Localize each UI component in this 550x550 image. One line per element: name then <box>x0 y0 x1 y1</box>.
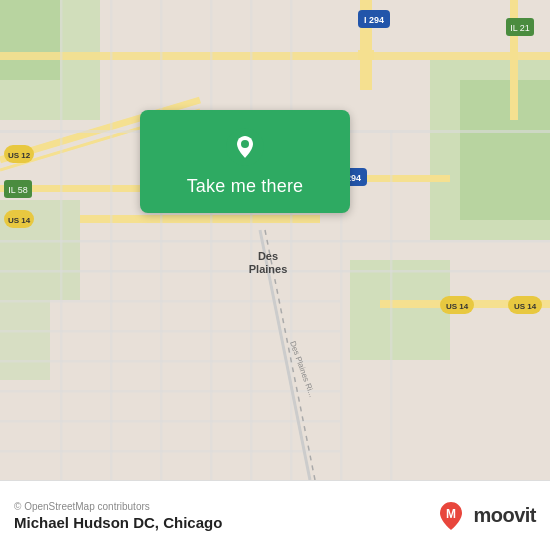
moovit-icon: M <box>433 498 469 534</box>
map-container: I 294 IL 21 US 12 US 14 IL 58 IL 58 I 29… <box>0 0 550 480</box>
svg-rect-30 <box>210 0 213 480</box>
svg-text:IL 21: IL 21 <box>510 23 530 33</box>
svg-text:Des: Des <box>258 250 278 262</box>
svg-text:US 14: US 14 <box>446 302 469 311</box>
svg-rect-21 <box>0 300 340 303</box>
svg-rect-28 <box>110 0 113 480</box>
copyright-text: © OpenStreetMap contributors <box>14 501 222 512</box>
location-pin-icon <box>226 128 264 166</box>
svg-rect-8 <box>0 52 550 60</box>
svg-rect-23 <box>0 360 340 363</box>
bottom-left: © OpenStreetMap contributors Michael Hud… <box>14 501 222 531</box>
svg-point-59 <box>241 140 249 148</box>
svg-rect-2 <box>0 0 60 80</box>
svg-rect-19 <box>0 240 550 243</box>
svg-text:US 12: US 12 <box>8 151 31 160</box>
svg-rect-7 <box>0 300 50 380</box>
svg-rect-26 <box>0 450 340 453</box>
take-me-there-button[interactable]: Take me there <box>187 176 304 197</box>
svg-rect-16 <box>80 215 320 223</box>
moovit-text: moovit <box>473 504 536 527</box>
svg-rect-32 <box>290 0 293 480</box>
svg-text:US 14: US 14 <box>514 302 537 311</box>
svg-text:M: M <box>446 507 456 521</box>
svg-rect-4 <box>460 80 550 220</box>
svg-text:IL 58: IL 58 <box>8 185 28 195</box>
location-title: Michael Hudson DC, Chicago <box>14 514 222 531</box>
bottom-bar: © OpenStreetMap contributors Michael Hud… <box>0 480 550 550</box>
svg-rect-29 <box>160 0 163 480</box>
svg-rect-10 <box>358 50 374 60</box>
map-svg: I 294 IL 21 US 12 US 14 IL 58 IL 58 I 29… <box>0 0 550 480</box>
svg-rect-34 <box>390 130 393 480</box>
svg-rect-24 <box>0 390 340 393</box>
svg-text:US 14: US 14 <box>8 216 31 225</box>
svg-rect-31 <box>250 0 253 480</box>
moovit-logo[interactable]: M moovit <box>433 498 536 534</box>
svg-rect-22 <box>0 330 340 333</box>
take-me-there-overlay[interactable]: Take me there <box>140 110 350 213</box>
svg-text:Plaines: Plaines <box>249 263 288 275</box>
svg-rect-27 <box>60 0 63 480</box>
svg-rect-25 <box>0 420 340 423</box>
svg-text:I 294: I 294 <box>364 15 384 25</box>
svg-rect-5 <box>350 260 450 360</box>
